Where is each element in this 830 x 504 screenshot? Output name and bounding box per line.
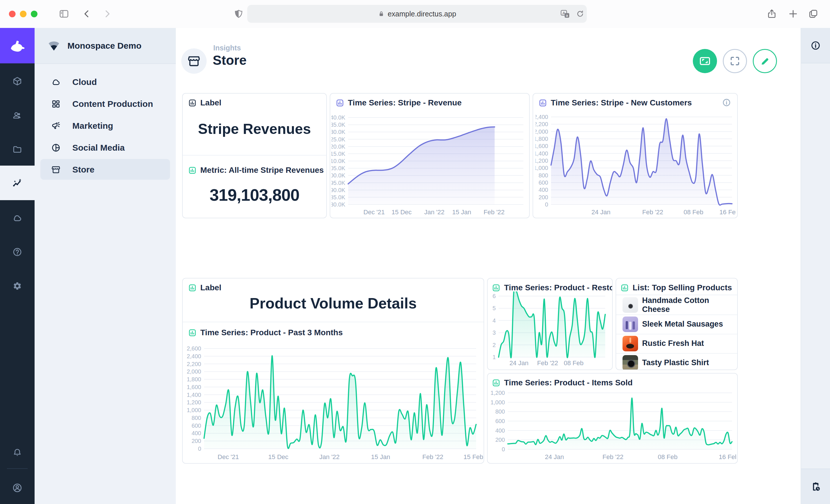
- module-help[interactable]: [0, 241, 35, 263]
- info-sidebar-button[interactable]: [801, 28, 830, 63]
- rabbit-logo-icon: [9, 39, 26, 53]
- panel-stripe-label-metric[interactable]: Label Stripe Revenues Metric: All-time S…: [182, 93, 327, 218]
- project-name: Monospace Demo: [67, 41, 141, 51]
- list-item[interactable]: Tasty Plastic Shirt: [616, 353, 737, 370]
- list-item[interactable]: Handmade Cotton Cheese: [616, 295, 737, 315]
- panel-divider: [183, 155, 326, 156]
- panel-info-button[interactable]: [722, 98, 731, 107]
- svg-text:08 Feb: 08 Feb: [564, 360, 583, 367]
- module-users[interactable]: [0, 105, 35, 127]
- window-close-button[interactable]: [9, 11, 15, 17]
- svg-text:130.0K: 130.0K: [331, 129, 346, 135]
- reload-button[interactable]: [576, 9, 584, 18]
- module-settings[interactable]: [0, 275, 35, 297]
- module-bar: [0, 28, 35, 504]
- panel-product-restocks[interactable]: Time Series: Product - Restocks 65432124…: [487, 278, 613, 370]
- project-status-icon: [47, 39, 61, 53]
- product-name: Tasty Plastic Shirt: [642, 358, 709, 367]
- new-customers-chart: 2,4002,2002,0001,8001,6001,4001,2001,000…: [536, 107, 736, 217]
- svg-text:110.0K: 110.0K: [331, 158, 346, 164]
- panel-stripe-new-customers[interactable]: Time Series: Stripe - New Customers 2,40…: [533, 93, 738, 218]
- folder-icon: [12, 144, 22, 155]
- breadcrumb[interactable]: Insights: [213, 44, 241, 52]
- sidebar-item-content-production[interactable]: Content Production: [35, 93, 176, 115]
- svg-text:2,200: 2,200: [536, 121, 548, 127]
- sidebar-item-social-media[interactable]: Social Media: [35, 137, 176, 159]
- panel-header: Time Series: Product - Past 3 Months: [200, 328, 343, 337]
- svg-text:08 Feb: 08 Feb: [683, 208, 703, 216]
- activity-log-button[interactable]: [801, 469, 830, 504]
- module-files[interactable]: [0, 138, 35, 160]
- fullscreen-button[interactable]: [723, 49, 747, 73]
- restocks-chart: 65432124 JanFeb '2208 Feb: [490, 291, 610, 368]
- sidebar-item-cloud[interactable]: Cloud: [35, 71, 176, 93]
- panel-header: Label: [200, 283, 221, 292]
- panel-divider: [183, 322, 484, 322]
- module-insights-active[interactable]: [0, 166, 35, 200]
- sidebar-item-label: Store: [72, 165, 95, 174]
- sidebar-toggle-button[interactable]: [59, 9, 69, 19]
- share-button[interactable]: [767, 9, 777, 19]
- page-icon-bubble: [181, 48, 206, 74]
- new-tab-button[interactable]: [788, 9, 798, 19]
- privacy-shield-icon[interactable]: [234, 9, 243, 19]
- directus-logo[interactable]: [0, 28, 35, 63]
- storefront-icon: [51, 165, 61, 174]
- panel-header: Time Series: Stripe - Revenue: [348, 98, 462, 107]
- metric-value: 319,103,800: [183, 185, 326, 204]
- metric-panel-icon: [189, 166, 196, 174]
- svg-text:Dec '21: Dec '21: [218, 453, 239, 461]
- window-zoom-button[interactable]: [31, 11, 37, 17]
- svg-text:2,600: 2,600: [187, 345, 201, 351]
- svg-text:1: 1: [492, 354, 496, 360]
- svg-text:1,000: 1,000: [536, 165, 548, 171]
- svg-text:Feb '22: Feb '22: [537, 360, 558, 367]
- back-button[interactable]: [82, 9, 91, 19]
- svg-text:800: 800: [539, 172, 548, 178]
- list-item[interactable]: Rustic Fresh Hat: [616, 334, 737, 354]
- sidebar-item-label: Marketing: [72, 121, 113, 131]
- window-minimize-button[interactable]: [20, 11, 27, 17]
- sidebar-item-label: Cloud: [72, 77, 97, 87]
- panel-header: Time Series: Stripe - New Customers: [551, 98, 692, 107]
- svg-text:600: 600: [539, 179, 548, 186]
- present-screen-icon: [699, 55, 711, 67]
- svg-text:95.0K: 95.0K: [331, 180, 346, 186]
- edit-dashboard-button[interactable]: [753, 49, 777, 73]
- notifications-button[interactable]: [0, 442, 35, 464]
- project-header[interactable]: Monospace Demo: [35, 28, 176, 64]
- svg-text:4: 4: [492, 317, 496, 324]
- time-series-panel-icon: [189, 329, 196, 337]
- svg-text:Jan '22: Jan '22: [319, 453, 340, 461]
- svg-text:2: 2: [492, 342, 496, 348]
- list-item[interactable]: Sleek Metal Sausages: [616, 314, 737, 334]
- label-panel-icon: [189, 284, 196, 292]
- account-icon: [12, 483, 23, 493]
- label-text: Product Volume Details: [183, 295, 484, 312]
- account-button[interactable]: [0, 477, 35, 499]
- svg-text:08 Feb: 08 Feb: [658, 453, 677, 461]
- svg-text:24 Jan: 24 Jan: [545, 453, 564, 461]
- cube-icon: [12, 76, 22, 86]
- presentation-mode-button[interactable]: [693, 49, 717, 73]
- svg-text:Jan '22: Jan '22: [424, 208, 444, 216]
- tab-overview-button[interactable]: [808, 9, 819, 19]
- module-content[interactable]: [0, 70, 35, 92]
- svg-text:1,600: 1,600: [536, 143, 548, 149]
- svg-text:600: 600: [192, 423, 201, 429]
- forward-button[interactable]: [103, 9, 112, 19]
- panel-top-selling-products[interactable]: List: Top Selling Products Handmade Cott…: [615, 278, 738, 370]
- panel-product-volume[interactable]: Label Product Volume Details Time Series…: [182, 278, 484, 464]
- time-series-panel-icon: [539, 99, 547, 107]
- panel-product-items-sold[interactable]: Time Series: Product - Items Sold 1,2001…: [487, 373, 738, 464]
- clipboard-clock-icon: [810, 481, 821, 492]
- address-bar[interactable]: example.directus.app: [247, 5, 587, 23]
- sidebar-item-marketing[interactable]: Marketing: [35, 115, 176, 137]
- module-cloud[interactable]: [0, 207, 35, 229]
- product-thumbnail: [622, 297, 638, 313]
- svg-text:5: 5: [492, 305, 496, 311]
- sidebar-item-store[interactable]: Store: [35, 159, 176, 180]
- panel-stripe-revenue[interactable]: Time Series: Stripe - Revenue 140.0K135.…: [330, 93, 530, 218]
- svg-text:0: 0: [198, 445, 201, 452]
- translate-icon[interactable]: [560, 9, 570, 19]
